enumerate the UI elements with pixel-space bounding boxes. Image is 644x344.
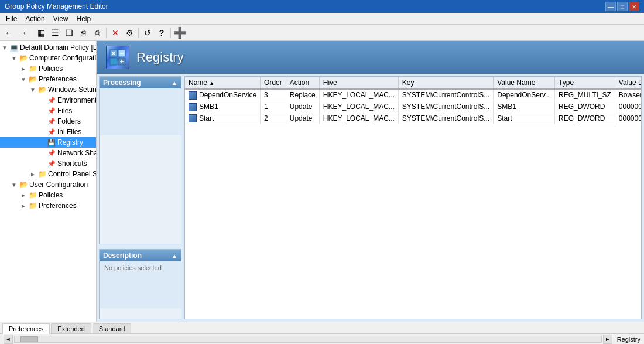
table-row[interactable]: SMB11UpdateHKEY_LOCAL_MAC...SYSTEM\Curre… [185, 101, 642, 113]
row-icon [189, 103, 197, 111]
minimize-button[interactable]: — [605, 2, 616, 11]
expand-spacer-sc: ► [37, 159, 47, 168]
cell-7: 00000004 [615, 113, 642, 124]
cell-4: SYSTEM\CurrentControlS... [398, 89, 493, 101]
folder-open-icon-cc: 📂 [19, 53, 28, 63]
middle-layout: Processing ▲ Description ▲ No policies s… [97, 74, 644, 322]
col-key[interactable]: Key [398, 77, 493, 89]
tree-item-ini-files[interactable]: ► 📌 Ini Files [0, 127, 96, 137]
scrollbar[interactable] [14, 336, 602, 343]
col-value-data[interactable]: Value Data [615, 77, 642, 89]
processing-panel: Processing ▲ [99, 76, 181, 244]
scroll-left-button[interactable]: ◄ [4, 335, 13, 344]
description-panel-body: No policies selected [100, 261, 181, 308]
tree-item-user-config[interactable]: ▼ 📂 User Configuration [0, 179, 96, 190]
paste-button[interactable]: ⎙ [91, 26, 104, 39]
toolbar-separator-4 [170, 28, 171, 38]
registry-title: Registry [136, 50, 184, 65]
tab-extended[interactable]: Extended [51, 323, 91, 333]
tree-label-ini-files: Ini Files [57, 128, 81, 136]
tree-item-windows-settings[interactable]: ▼ 📂 Windows Settings [0, 84, 96, 95]
description-panel-title: Description [103, 251, 142, 260]
cell-3: HKEY_LOCAL_MAC... [319, 89, 398, 101]
scrollbar-thumb[interactable] [20, 336, 38, 342]
close-button[interactable]: ✕ [629, 2, 639, 11]
tree-item-network-shares[interactable]: ► 📌 Network Shares [0, 148, 96, 158]
processing-panel-title: Processing [103, 79, 141, 87]
left-panels: Processing ▲ Description ▲ No policies s… [97, 74, 184, 322]
tree-item-computer-config[interactable]: ▼ 📂 Computer Configuration [0, 53, 96, 63]
folder-icon-pol: 📁 [28, 64, 37, 73]
tree-item-registry[interactable]: ► 💾 Registry [0, 137, 96, 148]
tree-item-control-panel[interactable]: ► 📁 Control Panel Setting [0, 169, 96, 179]
new-window-button[interactable]: ❑ [63, 26, 76, 39]
tree-item-preferences[interactable]: ▼ 📂 Preferences [0, 74, 96, 84]
tree-item-folders[interactable]: ► 📌 Folders [0, 116, 96, 127]
col-hive[interactable]: Hive [319, 77, 398, 89]
menu-view[interactable]: View [50, 13, 72, 24]
tree-label-user-preferences: Preferences [39, 202, 77, 210]
tree-item-environment[interactable]: ► 📌 Environment [0, 95, 96, 105]
tree-label-user-config: User Configuration [29, 180, 88, 189]
tree-item-user-policies[interactable]: ► 📁 Policies [0, 190, 96, 200]
tree-item-shortcuts[interactable]: ► 📌 Shortcuts [0, 158, 96, 169]
cell-6: REG_DWORD [555, 101, 615, 113]
col-name[interactable]: Name ▲ [185, 77, 261, 89]
data-table-area[interactable]: Name ▲ Order Action Hive Key Value Name … [184, 76, 642, 319]
menu-file[interactable]: File [2, 13, 20, 24]
tab-preferences[interactable]: Preferences [2, 323, 50, 334]
folder-open-icon-ws: 📂 [37, 85, 47, 94]
table-header: Name ▲ Order Action Hive Key Value Name … [185, 77, 642, 89]
properties-button[interactable]: ⚙ [123, 26, 136, 39]
registry-header-icon [106, 46, 129, 69]
menu-help[interactable]: Help [73, 13, 95, 24]
menu-action[interactable]: Action [22, 13, 48, 24]
show-list-button[interactable]: ☰ [49, 26, 61, 39]
tree-item-default-domain[interactable]: ▼ 💻 Default Domain Policy [DC02.CI [0, 42, 96, 53]
cell-6: REG_MULTI_SZ [555, 89, 615, 101]
title-bar: Group Policy Management Editor — □ ✕ [0, 0, 644, 13]
tab-standard[interactable]: Standard [93, 323, 132, 333]
status-text: Registry [617, 336, 640, 343]
col-type[interactable]: Type [555, 77, 615, 89]
tree-item-files[interactable]: ► 📌 Files [0, 105, 96, 116]
tree-panel[interactable]: ▼ 💻 Default Domain Policy [DC02.CI ▼ 📂 C… [0, 41, 97, 322]
tree-item-policies[interactable]: ► 📁 Policies [0, 63, 96, 74]
processing-collapse-button[interactable]: ▲ [172, 80, 177, 86]
cell-0: SMB1 [185, 101, 261, 113]
help-button[interactable]: ? [155, 26, 168, 39]
cell-2: Update [286, 101, 319, 113]
scroll-right-button[interactable]: ► [603, 335, 612, 344]
folder-open-icon-uc: 📂 [19, 180, 28, 189]
table-row[interactable]: Start2UpdateHKEY_LOCAL_MAC...SYSTEM\Curr… [185, 113, 642, 124]
table-row[interactable]: DependOnService3ReplaceHKEY_LOCAL_MAC...… [185, 89, 642, 101]
col-value-name[interactable]: Value Name [494, 77, 555, 89]
add-button[interactable]: ➕ [173, 26, 186, 39]
description-panel: Description ▲ No policies selected [99, 249, 181, 319]
cell-1: 1 [261, 101, 286, 113]
computer-icon: 💻 [9, 43, 19, 52]
back-button[interactable]: ← [2, 26, 15, 39]
leaf-icon-ns: 📌 [47, 148, 56, 158]
col-order[interactable]: Order [261, 77, 286, 89]
cell-5: DependOnServ... [494, 89, 555, 101]
copy-button[interactable]: ⎘ [77, 26, 90, 39]
tabs-bar: Preferences Extended Standard [0, 322, 644, 333]
cell-5: Start [494, 113, 555, 124]
restore-button[interactable]: □ [617, 2, 628, 11]
show-tree-button[interactable]: ▦ [35, 26, 47, 39]
col-action[interactable]: Action [286, 77, 319, 89]
cell-5: SMB1 [494, 101, 555, 113]
delete-button[interactable]: ✕ [109, 26, 122, 39]
description-panel-header: Description ▲ [100, 250, 181, 261]
cell-4: SYSTEM\CurrentControlS... [398, 101, 493, 113]
tree-label-control-panel: Control Panel Setting [48, 170, 97, 178]
refresh-button[interactable]: ↺ [141, 26, 154, 39]
cell-7: Bowser MRxS... [615, 89, 642, 101]
forward-button[interactable]: → [16, 26, 29, 39]
tree-item-user-preferences[interactable]: ► 📁 Preferences [0, 200, 96, 211]
cell-2: Update [286, 113, 319, 124]
expand-icon-uc: ▼ [9, 180, 19, 189]
description-collapse-button[interactable]: ▲ [172, 253, 177, 259]
sort-asc-icon: ▲ [209, 80, 214, 86]
